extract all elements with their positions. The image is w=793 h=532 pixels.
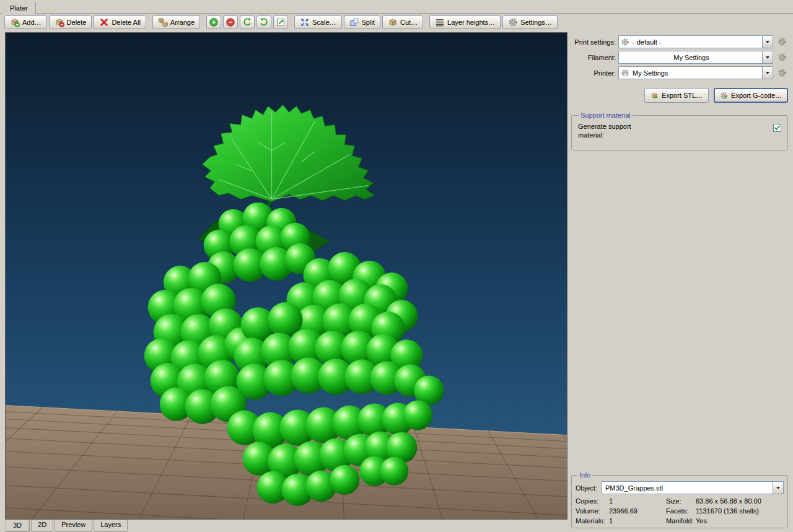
tab-layers-label: Layers: [100, 521, 121, 528]
rotate-ccw-button[interactable]: [240, 15, 255, 29]
export-stl-label: Export STL…: [662, 92, 703, 99]
scale-arrows-icon: [300, 17, 310, 27]
fit-arrow-icon: [276, 17, 286, 27]
filament-label: Filament:: [571, 54, 616, 61]
3d-viewport[interactable]: [5, 32, 567, 520]
arrange-button[interactable]: Arrange: [152, 15, 200, 29]
support-material-group: Support material Generate support materi…: [571, 111, 788, 150]
dropdown-arrow-icon[interactable]: [762, 36, 773, 48]
delete-button[interactable]: Delete: [49, 15, 92, 29]
box-delete-icon: [55, 17, 64, 27]
minus-circle-icon: [226, 17, 235, 27]
copies-label: Copies:: [576, 497, 609, 505]
main-content: 3D 2D Preview Layers Print settings: - d…: [0, 31, 793, 532]
split-button-label: Split: [362, 19, 375, 26]
settings-button-label: Settings…: [520, 19, 552, 26]
plus-circle-icon: [209, 17, 219, 27]
size-value: 63.86 x 56.88 x 80.00: [696, 497, 784, 505]
filament-row: Filament: My Settings: [571, 51, 789, 64]
box-export-icon: [651, 92, 659, 100]
facets-value: 1131670 (136 shells): [696, 507, 784, 515]
gear-icon: [621, 38, 629, 46]
tab-2d-label: 2D: [38, 521, 46, 528]
filament-gear-button[interactable]: [776, 51, 788, 64]
bricks-icon: [158, 17, 168, 27]
add-button-label: Add…: [22, 19, 42, 26]
print-settings-label: Print settings:: [571, 38, 616, 46]
filament-value: My Settings: [619, 54, 762, 61]
cut-button-label: Cut…: [400, 19, 418, 26]
arrange-button-label: Arrange: [170, 19, 195, 26]
tab-preview-label: Preview: [61, 521, 85, 528]
tab-2d[interactable]: 2D: [31, 520, 53, 532]
materials-value: 1: [609, 517, 666, 525]
printer-value: My Settings: [629, 69, 762, 77]
facets-label: Facets:: [666, 507, 696, 515]
layer-heights-button[interactable]: Layer heights…: [429, 15, 501, 29]
export-gcode-button[interactable]: Export G-code…: [714, 88, 788, 103]
box-icon: [388, 17, 398, 27]
generate-support-label: Generate support material:: [578, 123, 651, 140]
delete-button-label: Delete: [67, 19, 87, 26]
printer-gear-button[interactable]: [776, 67, 788, 79]
gear-icon: [508, 17, 518, 27]
support-material-title: Support material: [579, 111, 633, 119]
printer-icon: [621, 69, 629, 77]
rotate-ccw-icon: [242, 17, 252, 27]
gear-icon: [778, 53, 787, 62]
print-settings-row: Print settings: - default -: [571, 35, 789, 48]
generate-support-checkbox[interactable]: [773, 124, 781, 132]
rotate-cw-button[interactable]: [256, 15, 271, 29]
info-title: Info: [577, 471, 592, 479]
box-add-icon: [10, 17, 20, 27]
split-button[interactable]: Split: [344, 15, 380, 29]
3d-scene: [6, 33, 567, 519]
tab-3d[interactable]: 3D: [5, 520, 30, 532]
print-settings-combo[interactable]: - default -: [618, 35, 773, 48]
tab-preview[interactable]: Preview: [55, 520, 92, 532]
right-panel: Print settings: - default - Filament: My…: [567, 31, 793, 532]
copies-value: 1: [609, 497, 666, 505]
remove-copy-button[interactable]: [223, 15, 238, 29]
tab-plater-label: Plater: [10, 4, 28, 12]
add-copy-button[interactable]: [206, 15, 221, 29]
filament-combo[interactable]: My Settings: [618, 51, 773, 64]
gear-export-icon: [720, 92, 728, 100]
cut-button[interactable]: Cut…: [382, 15, 423, 29]
object-label: Object:: [576, 484, 600, 492]
plater-toolbar: Add… Delete Delete All Arrange: [0, 14, 793, 31]
checkmark-icon: [774, 124, 781, 131]
tab-plater[interactable]: Plater: [2, 2, 36, 14]
printer-combo[interactable]: My Settings: [618, 66, 773, 79]
view-tab-strip: 3D 2D Preview Layers: [5, 520, 567, 532]
object-value: PM3D_Grappes.stl: [602, 484, 773, 492]
red-x-icon: [99, 17, 109, 27]
delete-all-button[interactable]: Delete All: [94, 15, 146, 29]
rotate-cw-icon: [259, 17, 269, 27]
manifold-label: Manifold:: [666, 517, 696, 525]
object-combo[interactable]: PM3D_Grappes.stl: [602, 481, 784, 494]
export-stl-button[interactable]: Export STL…: [644, 88, 709, 103]
settings-button[interactable]: Settings…: [502, 15, 558, 29]
dropdown-arrow-icon[interactable]: [773, 482, 783, 494]
size-label: Size:: [666, 497, 696, 505]
export-gcode-label: Export G-code…: [731, 92, 782, 99]
info-grid: Copies: 1 Size: 63.86 x 56.88 x 80.00 Vo…: [576, 497, 784, 525]
print-settings-gear-button[interactable]: [776, 36, 788, 48]
dropdown-arrow-icon[interactable]: [762, 51, 773, 63]
layer-lines-icon: [435, 17, 445, 27]
split-shapes-icon: [349, 17, 359, 27]
viewport-column: 3D 2D Preview Layers: [0, 31, 567, 532]
add-button[interactable]: Add…: [4, 15, 47, 29]
zoom-to-fit-button[interactable]: [273, 15, 288, 29]
print-settings-value: - default -: [629, 38, 762, 46]
scale-button[interactable]: Scale…: [294, 15, 342, 29]
printer-label: Printer:: [571, 69, 616, 77]
delete-all-button-label: Delete All: [112, 19, 140, 26]
dropdown-arrow-icon[interactable]: [762, 67, 773, 79]
volume-label: Volume:: [576, 507, 609, 515]
scale-button-label: Scale…: [312, 19, 336, 26]
tab-3d-label: 3D: [13, 521, 22, 529]
tab-layers[interactable]: Layers: [94, 520, 128, 532]
object-row: Object: PM3D_Grappes.stl: [576, 481, 784, 494]
